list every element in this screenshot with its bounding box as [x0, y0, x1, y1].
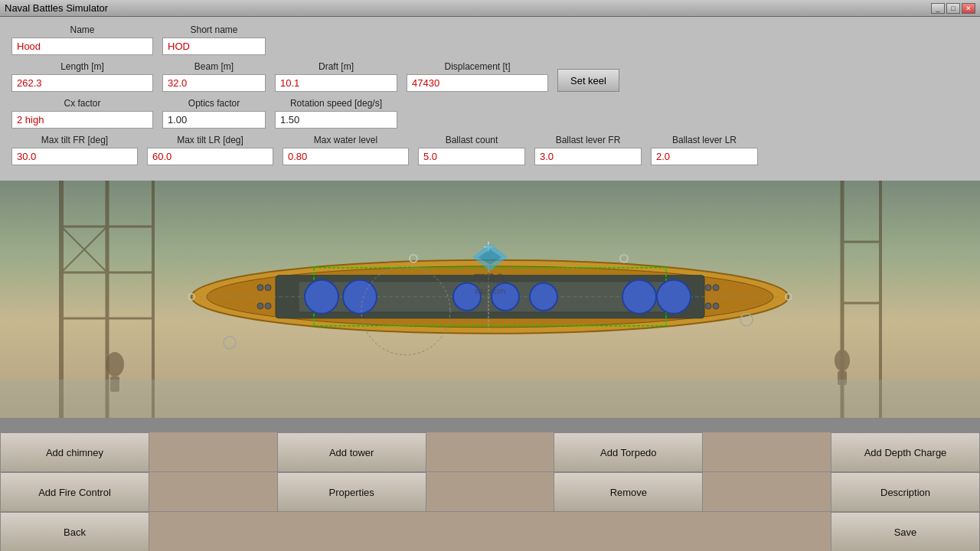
optics-label: Optics factor: [162, 98, 266, 109]
svg-point-29: [622, 280, 656, 314]
ship-view[interactable]: [184, 236, 796, 358]
button-row-3: Back Save: [0, 511, 980, 551]
svg-point-25: [343, 280, 377, 314]
ballast-row: Max tilt FR [deg] Max tilt LR [deg] Max …: [11, 135, 969, 165]
dimensions-row: Length [m] Beam [m] Draft [m] Displaceme…: [11, 61, 969, 92]
save-button[interactable]: Save: [831, 512, 980, 551]
svg-point-32: [257, 303, 263, 309]
svg-point-27: [492, 283, 519, 311]
ship-canvas[interactable]: 下载集 xaz.com: [0, 181, 980, 418]
button-row-1: Add chimney Add tower Add Torpedo Add De…: [0, 432, 980, 471]
beam-input[interactable]: [162, 74, 266, 92]
svg-point-24: [305, 280, 338, 314]
max-water-group: Max water level: [283, 135, 409, 165]
svg-point-34: [265, 303, 271, 309]
svg-point-33: [265, 285, 271, 291]
window-controls: _ □ ✕: [931, 3, 975, 14]
rotation-input[interactable]: [275, 111, 397, 129]
rotation-label: Rotation speed [deg/s]: [275, 98, 397, 109]
svg-point-35: [705, 285, 711, 291]
svg-point-30: [657, 280, 691, 314]
tilt-lr-label: Max tilt LR [deg]: [147, 135, 273, 145]
maximize-button[interactable]: □: [946, 3, 960, 14]
tilt-fr-group: Max tilt FR [deg]: [11, 135, 138, 165]
spacer-6: [703, 472, 831, 511]
cx-factor-input[interactable]: [11, 111, 153, 129]
svg-point-38: [713, 303, 719, 309]
length-group: Length [m]: [11, 61, 153, 92]
svg-point-42: [620, 255, 628, 262]
ballast-fr-label: Ballast lever FR: [534, 135, 642, 145]
displacement-label: Displacement [t]: [407, 61, 548, 72]
tilt-lr-input[interactable]: [147, 148, 273, 165]
cx-factor-label: Cx factor: [11, 98, 153, 109]
beam-label: Beam [m]: [162, 61, 266, 72]
add-depth-charge-button[interactable]: Add Depth Charge: [831, 432, 980, 472]
ballast-lr-label: Ballast lever LR: [651, 135, 758, 145]
description-button[interactable]: Description: [831, 472, 980, 512]
beam-group: Beam [m]: [162, 61, 266, 92]
factors-row: Cx factor Optics factor Rotation speed […: [11, 98, 969, 129]
form-panel: Name Short name Length [m] Beam [m] Draf…: [0, 17, 980, 181]
set-keel-button[interactable]: Set keel: [557, 69, 619, 92]
back-button[interactable]: Back: [0, 512, 149, 551]
remove-button[interactable]: Remove: [554, 472, 703, 512]
draft-group: Draft [m]: [275, 61, 397, 92]
svg-point-44: [224, 337, 236, 349]
tilt-lr-group: Max tilt LR [deg]: [147, 135, 273, 165]
svg-point-36: [705, 303, 711, 309]
add-torpedo-button[interactable]: Add Torpedo: [554, 432, 703, 472]
spacer-4: [149, 472, 277, 511]
ballast-count-label: Ballast count: [418, 135, 525, 145]
name-label: Name: [11, 24, 153, 35]
svg-point-26: [453, 283, 481, 311]
max-water-input[interactable]: [283, 148, 409, 165]
svg-point-28: [530, 283, 557, 311]
tilt-fr-label: Max tilt FR [deg]: [11, 135, 138, 145]
name-row: Name Short name: [11, 24, 969, 55]
short-name-input[interactable]: [162, 37, 266, 55]
length-label: Length [m]: [11, 61, 153, 72]
name-input[interactable]: [11, 37, 153, 55]
ballast-lr-input[interactable]: [651, 148, 758, 165]
optics-group: Optics factor: [162, 98, 266, 129]
svg-point-31: [257, 285, 263, 291]
add-fire-control-button[interactable]: Add Fire Control: [0, 472, 149, 512]
svg-rect-16: [0, 380, 980, 418]
ballast-count-input[interactable]: [418, 148, 525, 165]
spacer-3: [703, 432, 831, 471]
spacer-1: [149, 432, 277, 471]
optics-input[interactable]: [162, 111, 266, 129]
draft-label: Draft [m]: [275, 61, 397, 72]
max-water-label: Max water level: [283, 135, 409, 145]
titlebar: Naval Battles Simulator _ □ ✕: [0, 0, 980, 17]
ballast-count-group: Ballast count: [418, 135, 525, 165]
add-chimney-button[interactable]: Add chimney: [0, 432, 149, 472]
short-name-group: Short name: [162, 24, 266, 55]
bottom-panel: Add chimney Add tower Add Torpedo Add De…: [0, 432, 980, 551]
ballast-fr-group: Ballast lever FR: [534, 135, 642, 165]
svg-point-8: [106, 352, 124, 377]
minimize-button[interactable]: _: [931, 3, 945, 14]
rotation-group: Rotation speed [deg/s]: [275, 98, 397, 129]
name-group: Name: [11, 24, 153, 55]
spacer-7: [149, 512, 831, 551]
tilt-fr-input[interactable]: [11, 148, 138, 165]
displacement-input[interactable]: [407, 74, 548, 92]
spacer-2: [426, 432, 554, 471]
displacement-group: Displacement [t]: [407, 61, 548, 92]
ballast-fr-input[interactable]: [534, 148, 642, 165]
short-name-label: Short name: [162, 24, 266, 35]
draft-input[interactable]: [275, 74, 397, 92]
svg-point-37: [713, 285, 719, 291]
length-input[interactable]: [11, 74, 153, 92]
add-tower-button[interactable]: Add tower: [277, 432, 426, 472]
close-button[interactable]: ✕: [962, 3, 975, 14]
window-title: Naval Battles Simulator: [5, 2, 108, 14]
button-row-2: Add Fire Control Properties Remove Descr…: [0, 471, 980, 511]
ballast-lr-group: Ballast lever LR: [651, 135, 758, 165]
cx-factor-group: Cx factor: [11, 98, 153, 129]
spacer-5: [426, 472, 554, 511]
properties-button[interactable]: Properties: [277, 472, 426, 512]
